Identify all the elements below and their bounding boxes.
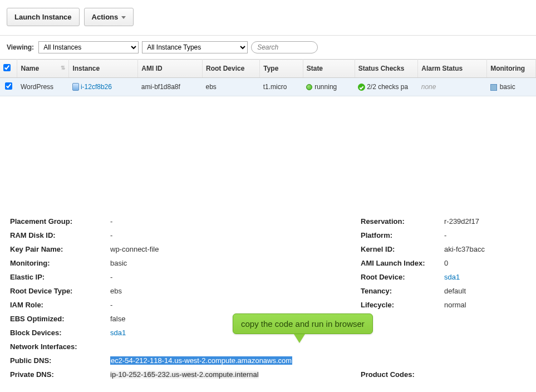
header-status-checks[interactable]: Status Checks: [355, 60, 418, 78]
detail-lifecycle: Lifecycle:normal: [361, 298, 522, 312]
cell-root-device: ebs: [202, 78, 259, 96]
header-root-device[interactable]: Root Device: [202, 60, 259, 78]
row-checkbox-cell: [0, 78, 17, 96]
root-device-link[interactable]: sda1: [444, 273, 460, 281]
header-ami[interactable]: AMI ID: [138, 60, 203, 78]
detail-root-device-type: Root Device Type:ebs: [10, 284, 338, 298]
instance-id-link[interactable]: i-12cf8b26: [81, 83, 112, 91]
detail-elastic-ip: Elastic IP:-: [10, 270, 338, 284]
filter-bar: Viewing: All Instances All Instance Type…: [0, 36, 536, 59]
state-running-icon: [306, 84, 312, 90]
block-devices-link[interactable]: sda1: [110, 329, 126, 337]
header-checkbox-cell: [0, 60, 17, 78]
callout-text: copy the code and run in browser: [233, 313, 373, 334]
detail-kernel-id: Kernel ID:aki-fc37bacc: [361, 242, 522, 256]
header-monitoring[interactable]: Monitoring: [487, 60, 536, 78]
header-name[interactable]: Name⇅: [17, 60, 69, 78]
detail-key-pair: Key Pair Name:wp-connect-file: [10, 242, 338, 256]
public-dns-value[interactable]: ec2-54-212-118-14.us-west-2.compute.amaz…: [110, 356, 292, 365]
annotation-callout: copy the code and run in browser: [233, 313, 373, 343]
select-all-checkbox[interactable]: [3, 64, 11, 71]
private-dns-value: ip-10-252-165-232.us-west-2.compute.inte…: [110, 370, 259, 379]
cell-state: running: [303, 78, 355, 96]
cell-status: 2/2 checks pa: [355, 78, 418, 96]
detail-product-codes: Product Codes:: [361, 367, 522, 381]
launch-instance-button[interactable]: Launch Instance: [7, 8, 80, 26]
volume-icon: [72, 83, 79, 91]
detail-platform: Platform:-: [361, 228, 522, 242]
toolbar: Launch Instance Actions: [0, 0, 536, 35]
header-type[interactable]: Type: [260, 60, 303, 78]
table-row[interactable]: WordPress i-12cf8b26 ami-bf1d8a8f ebs t1…: [0, 78, 536, 96]
cell-alarm: none: [418, 78, 487, 96]
details-column-right: Reservation:r-239d2f17 Platform:- Kernel…: [361, 214, 522, 381]
detail-monitoring: Monitoring:basic: [10, 256, 338, 270]
callout-tail-icon: [294, 334, 305, 343]
actions-label: Actions: [92, 13, 119, 21]
header-alarm-status[interactable]: Alarm Status: [418, 60, 487, 78]
sort-icon: ⇅: [61, 65, 65, 71]
cell-type: t1.micro: [260, 78, 303, 96]
detail-private-dns: Private DNS:ip-10-252-165-232.us-west-2.…: [10, 367, 338, 381]
details-column-left: Placement Group:- RAM Disk ID:- Key Pair…: [10, 214, 338, 381]
search-input[interactable]: [251, 41, 318, 53]
check-ok-icon: [358, 84, 365, 91]
detail-tenancy: Tenancy:default: [361, 284, 522, 298]
row-checkbox[interactable]: [5, 82, 12, 90]
detail-ami-launch-index: AMI Launch Index:0: [361, 256, 522, 270]
detail-ram-disk: RAM Disk ID:-: [10, 228, 338, 242]
detail-root-device: Root Device:sda1: [361, 270, 522, 284]
cell-instance: i-12cf8b26: [69, 78, 138, 96]
instance-types-filter-select[interactable]: All Instance Types: [142, 41, 248, 53]
monitoring-icon: [490, 84, 497, 91]
detail-public-dns: Public DNS:ec2-54-212-118-14.us-west-2.c…: [10, 354, 338, 367]
cell-name: WordPress: [17, 78, 69, 96]
instances-filter-select[interactable]: All Instances: [38, 41, 139, 53]
header-instance[interactable]: Instance: [69, 60, 138, 78]
viewing-label: Viewing:: [7, 43, 34, 51]
details-panel: Placement Group:- RAM Disk ID:- Key Pair…: [0, 208, 536, 392]
actions-button[interactable]: Actions: [84, 8, 134, 26]
detail-iam-role: IAM Role:-: [10, 298, 338, 312]
detail-placement-group: Placement Group:-: [10, 214, 338, 228]
detail-reservation: Reservation:r-239d2f17: [361, 214, 522, 228]
table-header-row: Name⇅ Instance AMI ID Root Device Type S…: [0, 60, 536, 78]
caret-down-icon: [121, 16, 126, 19]
cell-ami: ami-bf1d8a8f: [138, 78, 203, 96]
instances-table: Name⇅ Instance AMI ID Root Device Type S…: [0, 59, 536, 96]
spacer: [0, 96, 536, 208]
header-state[interactable]: State: [303, 60, 355, 78]
cell-monitoring: basic: [487, 78, 536, 96]
